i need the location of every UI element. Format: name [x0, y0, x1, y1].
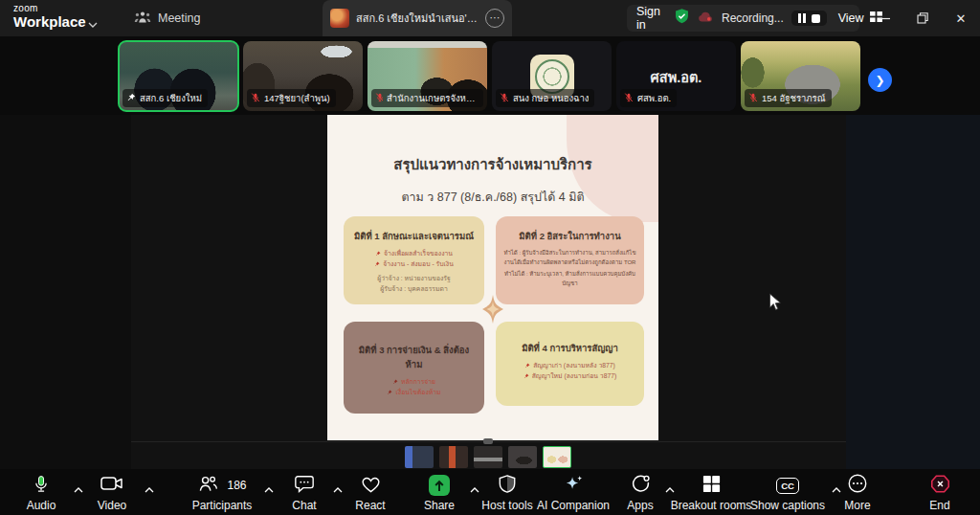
heart-icon	[360, 474, 382, 498]
muted-mic-icon	[500, 93, 509, 104]
chat-bubble-icon	[294, 474, 315, 498]
ai-companion-button[interactable]: AI Companion	[532, 469, 614, 515]
video-button[interactable]: Video	[87, 469, 137, 515]
participants-options-chevron-icon[interactable]	[264, 480, 274, 497]
minimize-button[interactable]	[865, 0, 903, 36]
box3-line: หลักการจ่าย	[401, 377, 435, 388]
video-tile[interactable]: 154 อัฐชราภรณ์	[741, 41, 860, 111]
restore-button[interactable]	[903, 0, 942, 36]
participants-count: 186	[227, 479, 246, 492]
pin-marker-icon	[524, 363, 530, 369]
tab-meeting[interactable]: Meeting	[126, 0, 208, 36]
slide-thumbnail	[508, 446, 537, 468]
box4-line: สัญญาใหม่ (ลงนามก่อน ว877)	[532, 371, 617, 382]
apps-button[interactable]: Apps	[619, 469, 661, 515]
react-label: React	[355, 499, 385, 512]
pin-marker-icon	[375, 251, 381, 257]
recording-cloud-icon	[698, 10, 714, 27]
video-tile[interactable]: สำนักงานเกษตรจังหวัดเพช...	[368, 41, 487, 111]
meeting-toolbar: Audio Video 186 Participants	[0, 469, 980, 515]
recording-controls	[791, 11, 827, 26]
video-tile-active-speaker[interactable]: สสก.6 เชียงใหม่	[119, 41, 238, 111]
stop-recording-icon[interactable]	[812, 14, 820, 23]
box2-title: มิติที่ 2 อิสระในการทำงาน	[502, 229, 637, 243]
security-shield-icon[interactable]	[674, 8, 690, 29]
meeting-people-icon	[134, 11, 151, 27]
remote-cursor	[768, 293, 782, 316]
video-label: Video	[98, 499, 126, 512]
slide-box-2: มิติที่ 2 อิสระในการทำงาน ทำได้ : ผู้รับ…	[496, 216, 644, 304]
show-captions-label: Show captions	[750, 499, 825, 512]
titlebar: zoom Workplace Meeting สสก.6 เชียงใหม่นำ…	[0, 0, 980, 36]
muted-mic-icon	[375, 93, 383, 104]
box2-paragraph: ทำไม่ได้ : ห้ามระบุเวลา, ห้ามสั่งการแบบค…	[502, 270, 637, 289]
muted-mic-icon	[748, 93, 758, 104]
more-label: More	[844, 499, 870, 512]
chevron-down-icon[interactable]	[88, 14, 98, 32]
chat-button[interactable]: Chat	[281, 469, 327, 515]
pin-marker-icon	[523, 373, 529, 379]
titlebar-controls: Sign in Recording... View	[627, 5, 859, 32]
more-dots-icon	[847, 473, 868, 498]
muted-mic-icon	[251, 93, 260, 104]
slide-thumbnail	[405, 446, 434, 468]
pause-recording-icon[interactable]	[798, 13, 806, 23]
window-controls: ✕	[865, 0, 980, 36]
pin-marker-icon	[374, 261, 380, 267]
chat-options-chevron-icon[interactable]	[333, 480, 343, 497]
stage-right-gutter	[846, 115, 980, 469]
show-captions-button[interactable]: CC Show captions	[744, 469, 832, 515]
zoom-workplace-logo: zoom Workplace	[13, 4, 86, 29]
box1-line: ผู้รับจ้าง : บุคคลธรรมดา	[350, 284, 478, 295]
video-tiles: สสก.6 เชียงใหม่ 147ฐิชยา(ลำพูน) สำนักงาน…	[119, 41, 860, 111]
zoom-meeting-window: zoom Workplace Meeting สสก.6 เชียงใหม่นำ…	[0, 0, 980, 515]
cc-icon: CC	[776, 478, 799, 494]
box1-line: จ้างงาน - ส่งมอบ - รับเงิน	[383, 259, 454, 270]
video-options-chevron-icon[interactable]	[145, 480, 154, 497]
slide-thumbnail	[474, 446, 502, 468]
audio-button[interactable]: Audio	[16, 469, 66, 515]
box1-line: จ้างเพื่อผลสำเร็จของงาน	[384, 249, 453, 259]
tab-shared-screen[interactable]: สสก.6 เชียงใหม่นำเสนอ's screen ⋯	[323, 0, 512, 36]
slide-title: สรุปแนวทางการจ้างเหมาบริการ	[327, 153, 658, 176]
close-button[interactable]: ✕	[942, 0, 980, 36]
end-button[interactable]: End	[921, 469, 959, 515]
end-call-icon	[930, 474, 950, 498]
breakout-rooms-label: Breakout rooms	[671, 499, 752, 512]
logo-text-zoom: zoom	[13, 4, 86, 13]
sparkle-ornament-icon	[477, 293, 509, 329]
host-tools-button[interactable]: Host tools	[477, 469, 538, 515]
sign-in-button[interactable]: Sign in	[636, 5, 660, 32]
box2-paragraph: ทำได้ : ผู้รับจ้างมีอิสระในการทำงาน, สาม…	[502, 249, 637, 268]
box4-line: สัญญาเก่า (ลงนามหลัง ว877)	[533, 361, 615, 371]
participants-button[interactable]: 186 Participants	[184, 469, 260, 515]
box3-title: มิติที่ 3 การจ่ายเงิน & สิ่งต้องห้าม	[350, 343, 478, 371]
logo-text-workplace: Workplace	[13, 14, 86, 29]
recording-status-text: Recording...	[722, 11, 784, 25]
shield-icon	[498, 474, 517, 498]
participant-name: 147ฐิชยา(ลำพูน)	[264, 91, 330, 105]
next-page-button[interactable]: ❯	[868, 68, 892, 92]
video-tile[interactable]: ศสพ.อต. ศสพ.อต.	[616, 41, 736, 111]
ai-companion-label: AI Companion	[537, 499, 610, 512]
audio-label: Audio	[27, 499, 56, 512]
video-tile[interactable]: สนง กษอ หนองฉาง	[492, 41, 612, 111]
pin-icon	[126, 93, 136, 104]
share-button[interactable]: Share	[414, 469, 464, 515]
participant-name: สสก.6 เชียงใหม่	[140, 91, 202, 105]
react-button[interactable]: React	[346, 469, 394, 515]
participant-name: สำนักงานเกษตรจังหวัดเพช...	[387, 91, 478, 105]
apps-icon	[630, 473, 652, 499]
shared-slide: สรุปแนวทางการจ้างเหมาบริการ ตาม ว 877 (8…	[327, 115, 658, 440]
participant-display-name: ศสพ.อต.	[616, 66, 736, 88]
participant-name: 154 อัฐชราภรณ์	[762, 91, 826, 105]
box4-title: มิติที่ 4 การบริหารสัญญา	[502, 341, 637, 355]
participants-icon	[197, 474, 219, 498]
video-tile[interactable]: 147ฐิชยา(ลำพูน)	[243, 41, 363, 111]
share-tab-options-icon[interactable]: ⋯	[485, 9, 504, 28]
view-button-label: View	[838, 11, 864, 25]
filmstrip-handle-icon	[483, 438, 493, 444]
audio-options-chevron-icon[interactable]	[74, 480, 83, 497]
end-label: End	[929, 499, 949, 512]
more-button[interactable]: More	[835, 469, 880, 515]
